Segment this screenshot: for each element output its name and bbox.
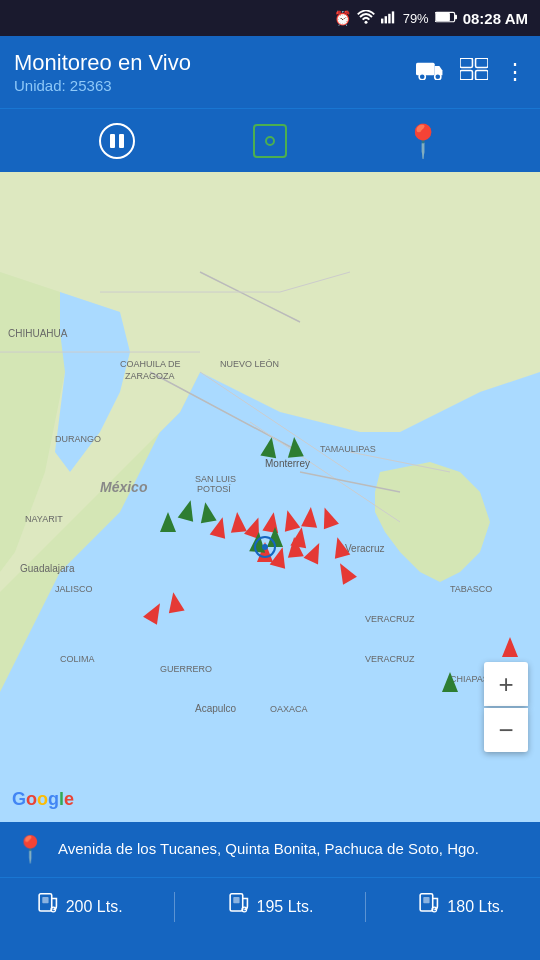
svg-text:Acapulco: Acapulco xyxy=(195,703,237,714)
pause-icon xyxy=(99,123,135,159)
focus-button[interactable] xyxy=(246,117,294,165)
address-text: Avenida de los Tucanes, Quinta Bonita, P… xyxy=(58,839,479,859)
svg-rect-11 xyxy=(460,58,472,67)
svg-text:GUERRERO: GUERRERO xyxy=(160,664,212,674)
target-icon xyxy=(253,124,287,158)
fuel-divider-2 xyxy=(365,892,366,922)
pin-icon: 📍 xyxy=(403,125,443,157)
fuel-value-3: 180 Lts. xyxy=(447,898,504,916)
fuel-value-1: 200 Lts. xyxy=(66,898,123,916)
fuel-item-1: 200 Lts. xyxy=(36,892,123,922)
google-logo: Google xyxy=(12,789,74,810)
address-pin-icon: 📍 xyxy=(14,834,46,865)
svg-rect-81 xyxy=(42,897,48,903)
svg-text:CHIHUAHUA: CHIHUAHUA xyxy=(8,328,68,339)
fuel-icon-3 xyxy=(417,892,439,922)
pause-button[interactable] xyxy=(93,117,141,165)
bottom-bar: 📍 Avenida de los Tucanes, Quinta Bonita,… xyxy=(0,822,540,960)
unit-subtitle: Unidad: 25363 xyxy=(14,77,416,94)
status-time: 08:28 AM xyxy=(463,10,528,27)
map-container[interactable]: CHIHUAHUA COAHUILA DE ZARAGOZA NUEVO LEÓ… xyxy=(0,172,540,822)
svg-rect-6 xyxy=(435,13,449,21)
battery-icon xyxy=(435,10,457,26)
fuel-item-3: 180 Lts. xyxy=(417,892,504,922)
svg-rect-2 xyxy=(384,16,386,23)
svg-text:NUEVO LEÓN: NUEVO LEÓN xyxy=(220,359,279,369)
more-menu-button[interactable]: ⋮ xyxy=(504,59,526,85)
svg-text:POTOSÍ: POTOSÍ xyxy=(197,484,231,494)
svg-text:NAYARIT: NAYARIT xyxy=(25,514,63,524)
svg-rect-8 xyxy=(416,63,435,75)
fuel-icon-2 xyxy=(227,892,249,922)
svg-text:VERACRUZ: VERACRUZ xyxy=(365,614,415,624)
top-bar-actions: ⋮ xyxy=(416,58,526,86)
fuel-item-2: 195 Lts. xyxy=(227,892,314,922)
svg-point-0 xyxy=(364,20,367,23)
svg-text:TAMAULIPAS: TAMAULIPAS xyxy=(320,444,376,454)
svg-rect-13 xyxy=(460,71,472,80)
svg-rect-12 xyxy=(476,58,488,67)
svg-text:ZARAGOZA: ZARAGOZA xyxy=(125,371,175,381)
truck-button[interactable] xyxy=(416,58,444,86)
svg-rect-87 xyxy=(424,897,430,903)
fuel-icon-1 xyxy=(36,892,58,922)
wifi-icon xyxy=(357,10,375,27)
status-bar: ⏰ 79% 08:28 AM xyxy=(0,0,540,36)
gallery-button[interactable] xyxy=(460,58,488,86)
svg-point-9 xyxy=(419,74,425,80)
alarm-icon: ⏰ xyxy=(334,10,351,26)
svg-rect-14 xyxy=(476,71,488,80)
svg-text:DURANGO: DURANGO xyxy=(55,434,101,444)
zoom-in-button[interactable]: + xyxy=(484,662,528,706)
zoom-controls: + − xyxy=(484,662,528,752)
location-pin-button[interactable]: 📍 xyxy=(399,117,447,165)
control-bar: 📍 xyxy=(0,108,540,172)
svg-text:TABASCO: TABASCO xyxy=(450,584,492,594)
svg-text:Monterrey: Monterrey xyxy=(265,458,310,469)
app-title-group: Monitoreo en Vivo Unidad: 25363 xyxy=(14,50,416,93)
svg-text:COLIMA: COLIMA xyxy=(60,654,95,664)
svg-text:COAHUILA DE: COAHUILA DE xyxy=(120,359,181,369)
svg-point-79 xyxy=(262,544,268,550)
signal-icon xyxy=(381,10,397,27)
svg-text:Guadalajara: Guadalajara xyxy=(20,563,75,574)
zoom-out-button[interactable]: − xyxy=(484,708,528,752)
svg-rect-7 xyxy=(454,15,456,20)
app-title: Monitoreo en Vivo xyxy=(14,50,416,76)
svg-text:México: México xyxy=(100,479,148,495)
svg-rect-84 xyxy=(233,897,239,903)
svg-text:JALISCO: JALISCO xyxy=(55,584,93,594)
map-svg: CHIHUAHUA COAHUILA DE ZARAGOZA NUEVO LEÓ… xyxy=(0,172,540,822)
fuel-value-2: 195 Lts. xyxy=(257,898,314,916)
svg-text:OAXACA: OAXACA xyxy=(270,704,308,714)
svg-point-10 xyxy=(435,74,441,80)
svg-text:VERACRUZ: VERACRUZ xyxy=(365,654,415,664)
svg-rect-4 xyxy=(391,11,393,23)
top-bar: Monitoreo en Vivo Unidad: 25363 ⋮ xyxy=(0,36,540,108)
address-row: 📍 Avenida de los Tucanes, Quinta Bonita,… xyxy=(0,822,540,878)
battery-level: 79% xyxy=(403,11,429,26)
fuel-divider-1 xyxy=(174,892,175,922)
svg-rect-3 xyxy=(388,13,390,23)
fuel-row: 200 Lts. 195 Lts. xyxy=(0,878,540,936)
svg-text:SAN LUIS: SAN LUIS xyxy=(195,474,236,484)
svg-rect-1 xyxy=(381,18,383,23)
svg-text:Veracruz: Veracruz xyxy=(345,543,384,554)
